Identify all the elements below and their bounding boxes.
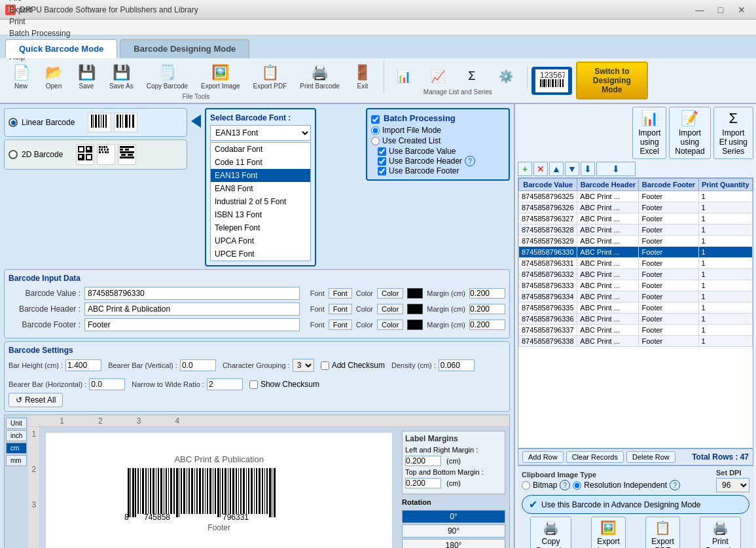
reset-all-button[interactable]: ↺ Reset All bbox=[9, 393, 63, 407]
footer-margin-input[interactable] bbox=[469, 320, 505, 330]
use-barcode-header-cb[interactable] bbox=[378, 157, 386, 166]
font-list-item[interactable]: EAN13 Font bbox=[211, 169, 310, 182]
font-list-item[interactable]: Telepen Font bbox=[211, 221, 310, 234]
font-list-item[interactable]: UPCE Font bbox=[211, 247, 310, 261]
table-row[interactable]: 8745858796327ABC Print ...Footer1 bbox=[519, 213, 753, 225]
maximize-button[interactable]: □ bbox=[711, 3, 730, 17]
unit-btn-mm[interactable]: mm bbox=[6, 455, 27, 466]
batch-processing-checkbox[interactable] bbox=[371, 115, 380, 124]
table-row[interactable]: 8745858796337ABC Print ...Footer1 bbox=[519, 325, 753, 336]
clear-records-button[interactable]: Clear Records bbox=[566, 451, 624, 463]
export-pdf-button[interactable]: 📋 Export PDF bbox=[247, 61, 293, 93]
import-file-mode-label[interactable]: Import File Mode bbox=[371, 126, 441, 135]
copy-barcode-button[interactable]: 🗒️ Copy Barcode bbox=[141, 61, 194, 93]
linear-icon-2[interactable] bbox=[114, 113, 137, 132]
use-barcode-value-cb[interactable] bbox=[378, 147, 386, 156]
barcode-footer-input[interactable] bbox=[84, 318, 300, 331]
manage-btn-2[interactable]: 📈 bbox=[422, 66, 454, 88]
font-list-item[interactable]: UPCA Font bbox=[211, 234, 310, 247]
rotation-90-button[interactable]: 90° bbox=[402, 524, 505, 538]
resolution-info-icon[interactable]: ? bbox=[670, 480, 680, 490]
linear-barcode-radio[interactable] bbox=[9, 118, 18, 127]
table-row[interactable]: 8745858796335ABC Print ...Footer1 bbox=[519, 302, 753, 314]
unit-btn-inch[interactable]: inch bbox=[6, 430, 27, 441]
tab-designing-mode[interactable]: Barcode Designing Mode bbox=[120, 39, 249, 58]
add-checksum-cb[interactable] bbox=[321, 361, 329, 370]
2d-icon-1[interactable] bbox=[76, 144, 94, 165]
font-list-item[interactable]: Codabar Font bbox=[211, 143, 310, 156]
table-row[interactable]: 8745858796338ABC Print ...Footer1 bbox=[519, 336, 753, 347]
font-selector-dropdown[interactable]: Select Barcode Font : Codabar FontCode 1… bbox=[205, 108, 316, 266]
use-barcode-footer-label[interactable]: Use Barcode Footer bbox=[378, 166, 505, 175]
2d-barcode-radio[interactable] bbox=[9, 150, 18, 159]
move-up-nav-button[interactable]: ▲ bbox=[549, 162, 564, 176]
unit-btn-unit[interactable]: Unit bbox=[6, 418, 27, 429]
misc-nav-button[interactable]: ⬇ bbox=[596, 162, 636, 176]
bitmap-radio[interactable] bbox=[522, 481, 530, 490]
move-down-nav-button[interactable]: ▼ bbox=[565, 162, 579, 176]
import-series-button[interactable]: Σ Import Ef using Series bbox=[713, 107, 753, 159]
narrow-wide-input[interactable] bbox=[207, 378, 243, 390]
rotation-0-button[interactable]: 0° bbox=[402, 510, 505, 523]
download-nav-button[interactable]: ⬇ bbox=[581, 162, 595, 176]
save-button[interactable]: 💾 Save bbox=[71, 61, 102, 93]
export-image-bottom-button[interactable]: 🖼️ Export Image bbox=[591, 517, 626, 548]
left-right-margin-input[interactable] bbox=[405, 456, 441, 466]
barcode-value-input[interactable] bbox=[84, 287, 300, 300]
top-bottom-margin-input[interactable] bbox=[405, 478, 441, 488]
table-row[interactable]: 8745858796329ABC Print ...Footer1 bbox=[519, 236, 753, 247]
table-row[interactable]: 8745858796331ABC Print ...Footer1 bbox=[519, 258, 753, 269]
export-pdf-bottom-button[interactable]: 📋 Export PDF bbox=[645, 517, 680, 548]
value-margin-input[interactable] bbox=[469, 288, 505, 299]
minimize-button[interactable]: — bbox=[691, 3, 709, 17]
bearer-bar-h-input[interactable] bbox=[89, 378, 125, 390]
open-button[interactable]: 📂 Open bbox=[38, 61, 69, 93]
header-font-button[interactable]: Font bbox=[329, 304, 352, 314]
bitmap-info-icon[interactable]: ? bbox=[560, 480, 570, 490]
barcode-header-input[interactable] bbox=[84, 302, 300, 316]
new-button[interactable]: 📄 New bbox=[5, 61, 37, 93]
font-dropdown-select[interactable]: Codabar FontCode 11 FontEAN13 FontEAN8 F… bbox=[210, 125, 311, 141]
menu-item-print[interactable]: Print bbox=[3, 16, 77, 27]
dpi-select[interactable]: 96 150 300 bbox=[716, 478, 749, 492]
density-input[interactable] bbox=[439, 359, 475, 371]
font-list-item[interactable]: Code 11 Font bbox=[211, 156, 310, 169]
use-barcode-value-label[interactable]: Use Barcode Value bbox=[378, 147, 505, 156]
manage-btn-1[interactable]: 📊 bbox=[388, 66, 420, 88]
table-row[interactable]: 8745858796336ABC Print ...Footer1 bbox=[519, 314, 753, 325]
rotation-180-button[interactable]: 180° bbox=[402, 539, 505, 548]
resolution-radio[interactable] bbox=[573, 481, 581, 490]
save-as-button[interactable]: 💾 Save As bbox=[103, 61, 139, 93]
header-info-icon[interactable]: ? bbox=[465, 156, 475, 166]
switch-to-designing-button[interactable]: Switch to Designing Mode bbox=[576, 62, 648, 100]
import-file-mode-radio[interactable] bbox=[371, 126, 380, 135]
add-row-nav-button[interactable]: + bbox=[518, 162, 532, 176]
footer-color-button[interactable]: Color bbox=[377, 320, 403, 330]
linear-icon-1[interactable] bbox=[88, 113, 111, 132]
menu-item-batch processing[interactable]: Batch Processing bbox=[3, 27, 77, 39]
table-row[interactable]: 8745858796330ABC Print ...Footer1 bbox=[519, 247, 753, 258]
footer-font-button[interactable]: Font bbox=[329, 320, 352, 330]
print-barcode-bottom-button[interactable]: 🖨️ Print Barcode bbox=[700, 517, 741, 548]
2d-icon-2[interactable] bbox=[97, 144, 115, 165]
bearer-bar-v-input[interactable] bbox=[180, 359, 216, 371]
advance-bar[interactable]: ✔ Use this Barcode in Advance Designing … bbox=[522, 495, 749, 514]
manage-btn-gear[interactable]: ⚙️ bbox=[490, 66, 522, 88]
exit-button[interactable]: 🚪 Exit bbox=[347, 61, 378, 93]
menu-item-export[interactable]: Export bbox=[3, 4, 77, 16]
font-list-item[interactable]: ISBN 13 Font bbox=[211, 208, 310, 221]
use-barcode-header-label[interactable]: Use Barcode Header ? bbox=[378, 156, 505, 166]
table-row[interactable]: 8745858796334ABC Print ...Footer1 bbox=[519, 291, 753, 302]
show-checksum-cb[interactable] bbox=[249, 380, 258, 389]
unit-btn-cm[interactable]: cm bbox=[6, 443, 27, 454]
import-excel-button[interactable]: 📊 Import using Excel bbox=[632, 107, 666, 159]
font-list-item[interactable]: EAN8 Font bbox=[211, 182, 310, 195]
use-created-list-radio[interactable] bbox=[371, 137, 380, 145]
manage-btn-sigma[interactable]: Σ bbox=[456, 66, 488, 88]
value-font-button[interactable]: Font bbox=[329, 288, 352, 299]
print-barcode-button[interactable]: 🖨️ Print Barcode bbox=[294, 61, 346, 93]
use-barcode-footer-cb[interactable] bbox=[378, 167, 386, 175]
table-row[interactable]: 8745858796325ABC Print ...Footer1 bbox=[519, 191, 753, 202]
delete-row-button[interactable]: Delete Row bbox=[626, 451, 675, 463]
table-row[interactable]: 8745858796326ABC Print ...Footer1 bbox=[519, 202, 753, 213]
